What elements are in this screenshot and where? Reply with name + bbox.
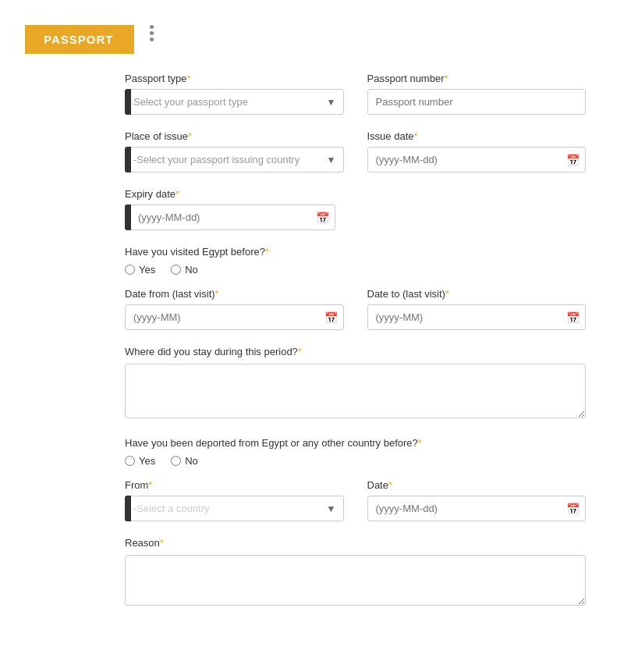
visited-egypt-yes-label[interactable]: Yes <box>125 264 155 276</box>
expiry-date-input[interactable] <box>125 204 335 230</box>
row-stay-period: Where did you stay during this period?* <box>125 346 586 421</box>
label-deportation-date: Date* <box>367 479 587 491</box>
deportation-date-input[interactable] <box>367 496 587 521</box>
expiry-date-wrapper: 📅 <box>125 204 335 230</box>
date-from-last-visit-wrapper: 📅 <box>125 304 344 330</box>
row-reason: Reason* <box>125 537 586 609</box>
deported-no-label[interactable]: No <box>171 455 198 467</box>
label-date-from-last-visit: Date from (last visit)* <box>125 288 344 300</box>
dots-menu[interactable] <box>150 25 154 41</box>
visited-egypt-no-radio[interactable] <box>171 265 181 275</box>
date-from-last-visit-input[interactable] <box>125 304 344 330</box>
group-place-of-issue: Place of issue* -Select your passport is… <box>125 130 344 172</box>
deported-yes-radio[interactable] <box>125 456 135 466</box>
row-place-issue-date: Place of issue* -Select your passport is… <box>125 130 586 172</box>
label-deported: Have you been deported from Egypt or any… <box>125 437 586 449</box>
label-from-country: From* <box>125 479 344 491</box>
visited-egypt-radio-group: Yes No <box>125 264 586 276</box>
date-to-last-visit-wrapper: 📅 <box>367 304 587 330</box>
label-place-of-issue: Place of issue* <box>125 130 344 142</box>
group-date-to-last-visit: Date to (last visit)* 📅 <box>367 288 587 330</box>
issue-date-wrapper: 📅 <box>367 147 587 172</box>
group-passport-number: Passport number* <box>367 73 587 115</box>
group-deportation-date: Date* 📅 <box>367 479 587 521</box>
group-passport-type: Passport type* Select your passport type… <box>125 73 344 115</box>
dot-2 <box>150 31 154 35</box>
group-issue-date: Issue date* 📅 <box>367 130 587 172</box>
group-expiry-spacer <box>367 188 587 230</box>
dot-1 <box>150 25 154 29</box>
visited-egypt-yes-radio[interactable] <box>125 265 135 275</box>
visited-egypt-no-label[interactable]: No <box>171 264 198 276</box>
place-of-issue-select[interactable]: -Select your passport issuing country <box>125 147 344 172</box>
group-expiry-date: Expiry date* 📅 <box>125 188 344 230</box>
passport-type-select-wrapper: Select your passport type ▼ <box>125 89 344 115</box>
deported-radio-group: Yes No <box>125 455 586 467</box>
label-reason: Reason* <box>125 537 586 549</box>
row-visited-egypt: Have you visited Egypt before?* Yes No <box>125 246 586 276</box>
header-title: PASSPORT <box>44 33 113 46</box>
passport-type-select[interactable]: Select your passport type <box>125 89 344 115</box>
label-passport-number: Passport number* <box>367 73 587 84</box>
form-section: Passport type* Select your passport type… <box>0 54 617 643</box>
issue-date-input[interactable] <box>367 147 587 172</box>
reason-textarea[interactable] <box>125 555 586 606</box>
row-expiry-date: Expiry date* 📅 <box>125 188 586 230</box>
passport-header: PASSPORT <box>25 25 134 54</box>
place-of-issue-select-wrapper: -Select your passport issuing country ▼ <box>125 147 344 172</box>
row-last-visit-dates: Date from (last visit)* 📅 Date to (last … <box>125 288 586 330</box>
from-country-select-wrapper: -Select a country ▼ <box>125 496 344 521</box>
label-visited-egypt: Have you visited Egypt before?* <box>125 246 586 258</box>
label-issue-date: Issue date* <box>367 130 587 142</box>
row-from-date: From* -Select a country ▼ Date* 📅 <box>125 479 586 521</box>
label-passport-type: Passport type* <box>125 73 344 84</box>
deported-yes-label[interactable]: Yes <box>125 455 155 467</box>
group-from-country: From* -Select a country ▼ <box>125 479 344 521</box>
deportation-date-wrapper: 📅 <box>367 496 587 521</box>
passport-number-input[interactable] <box>367 89 587 115</box>
label-date-to-last-visit: Date to (last visit)* <box>367 288 587 300</box>
dot-3 <box>150 37 154 41</box>
stay-period-textarea[interactable] <box>125 364 586 418</box>
label-stay-period: Where did you stay during this period?* <box>125 346 586 357</box>
row-passport-type-number: Passport type* Select your passport type… <box>125 73 586 115</box>
group-date-from-last-visit: Date from (last visit)* 📅 <box>125 288 344 330</box>
row-deported: Have you been deported from Egypt or any… <box>125 437 586 467</box>
from-country-select[interactable]: -Select a country <box>125 496 344 521</box>
deported-no-radio[interactable] <box>171 456 181 466</box>
date-to-last-visit-input[interactable] <box>367 304 587 330</box>
label-expiry-date: Expiry date* <box>125 188 344 200</box>
page-wrapper: PASSPORT Passport type* Select your pass… <box>0 0 617 672</box>
